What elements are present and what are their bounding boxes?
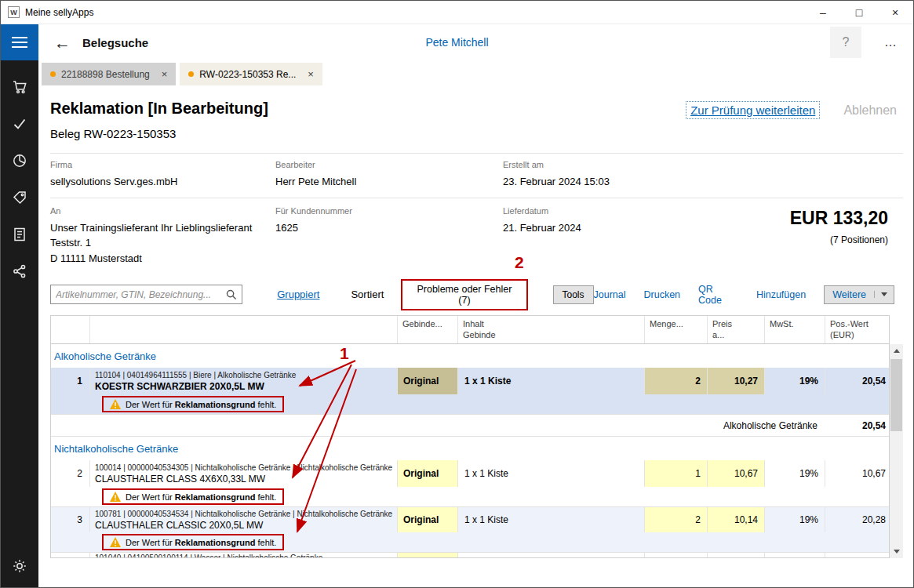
table-row[interactable]: 3 100781 | 00000040534534 | Nichtalkohol… [51,507,889,532]
bearbeiter-label: Bearbeiter [275,160,503,169]
titlebar: W Meine sellyApps – □ × [1,1,913,24]
share-network-icon[interactable] [1,252,38,289]
gebinde-cell[interactable]: Original [398,368,457,394]
pie-chart-icon[interactable] [1,142,38,179]
header-preis[interactable]: Preisa... [708,316,765,343]
gebinde-cell[interactable]: Original [398,507,457,532]
subtotal-label: Alkoholische Getränke [51,415,825,436]
maximize-button[interactable]: □ [841,1,877,24]
header-gebinde[interactable]: Gebinde... [398,316,458,343]
recipient-line3: D 11111 Musterstadt [50,251,275,267]
app-window: W Meine sellyApps – □ × ← Belegsuche Pet… [0,0,914,588]
preis-cell[interactable]: 10,27 [708,368,765,394]
table-row[interactable]: 1 110104 | 04014964111555 | Biere | Alko… [51,368,889,394]
chevron-down-icon[interactable] [874,291,894,298]
reklamationsgrund-warning: Der Wert für Reklamationsgrund fehlt. [102,396,284,412]
header-menge[interactable]: Menge... [645,316,708,343]
total-amount: EUR 133,20 [790,208,888,229]
preis-cell[interactable]: 10,14 [708,507,765,532]
tag-icon[interactable] [1,179,38,216]
inhalt-cell: 1 x 1 Kiste [458,368,645,394]
journal-link[interactable]: Journal [594,289,626,300]
probleme-oder-fehler-button[interactable]: Probleme oder Fehler (7) [401,279,527,310]
firma-value: sellysolutions Serv.ges.mbH [50,174,275,190]
weitere-label: Weitere [832,289,874,300]
article-name: CLAUSTHALER CLASSIC 20X0,5L MW [95,520,263,531]
gebinde-cell[interactable]: Original [398,460,457,487]
bearbeiter-value: Herr Pete Mitchell [275,174,503,190]
positions-table: Gebinde... InhaltGebinde Menge... Preisa… [50,315,903,558]
pos-wert-cell: 20,28 [825,507,890,532]
article-meta: 110104 | 04014964111555 | Biere | Alkoho… [95,371,296,379]
mwst-cell: 19% [765,460,825,487]
check-icon[interactable] [1,105,38,142]
table-row[interactable]: 2 100014 | 00000040534305 | Nichtalkohol… [51,460,889,487]
tab-bestellung[interactable]: 22188898 Bestellung × [42,63,176,85]
tab-status-dot-icon [188,71,194,77]
article-search-box[interactable] [50,285,242,304]
article-meta: 101040 | 04100500100114 | Wasser | Nicht… [90,553,398,558]
document-info: Firma sellysolutions Serv.ges.mbH Bearbe… [50,153,903,272]
table-scrollbar[interactable] [890,344,903,558]
hinzufuegen-link[interactable]: Hinzufügen [756,289,806,300]
menge-cell[interactable]: 1 [645,460,708,487]
qr-code-link[interactable]: QR Code [698,284,738,306]
scrollbar-thumb[interactable] [890,359,902,431]
weitere-dropdown-button[interactable]: Weitere [824,285,894,304]
warning-triangle-icon [110,492,121,502]
header-inhalt-gebinde[interactable]: InhaltGebinde [458,316,645,343]
header-article [90,316,398,343]
header-mwst[interactable]: MwSt. [765,316,825,343]
header-pos [51,316,90,343]
sortiert-link[interactable]: Sortiert [351,289,384,300]
menge-cell[interactable]: 2 [645,368,708,394]
tab-reklamation[interactable]: RW-0223-150353 Re... × [180,63,322,85]
document-number: Beleg RW-0223-150353 [50,127,903,140]
preis-cell[interactable]: 10,67 [708,460,765,487]
warning-triangle-icon [110,399,121,409]
user-name[interactable]: Pete Mitchell [425,36,488,49]
sidebar [1,60,38,588]
back-arrow-icon[interactable]: ← [54,34,71,51]
menge-cell[interactable]: 2 [645,507,708,532]
more-options-button[interactable]: … [872,35,909,49]
position-count: (7 Positionen) [790,234,888,245]
search-input[interactable] [56,289,226,300]
gruppiert-link[interactable]: Gruppiert [277,289,319,300]
reklamationsgrund-warning: Der Wert für Reklamationsgrund fehlt. [102,488,284,505]
subtotal-value: 20,54 [825,415,890,436]
page-title: Belegsuche [82,36,148,49]
pos-wert-cell: 20,54 [825,368,890,394]
scrollbar-track[interactable] [890,358,903,545]
scroll-up-icon[interactable] [890,344,903,358]
header-pos-wert[interactable]: Pos.-Wert(EUR) [825,316,890,343]
journal-icon[interactable] [1,216,38,252]
tab-close-icon[interactable]: × [162,68,168,80]
article-meta: 100014 | 00000040534305 | Nichtalkoholis… [95,463,392,472]
close-button[interactable]: × [877,1,913,24]
help-button[interactable]: ? [830,27,861,58]
search-icon [226,289,237,300]
scroll-down-icon[interactable] [890,545,903,558]
tab-label: 22188898 Bestellung [61,69,150,80]
drucken-link[interactable]: Drucken [644,289,681,300]
table-row[interactable]: 101040 | 04100500100114 | Wasser | Nicht… [51,553,889,558]
hamburger-menu-button[interactable] [1,24,38,60]
recipient-line2: Teststr. 1 [50,235,275,251]
article-name: KOESTR SCHWARZBIER 20X0,5L MW [95,381,264,392]
minimize-button[interactable]: – [805,1,841,24]
reklamationsgrund-warning: Der Wert für Reklamationsgrund fehlt. [102,534,284,550]
reject-link[interactable]: Ablehnen [843,103,897,118]
table-header-row: Gebinde... InhaltGebinde Menge... Preisa… [51,316,889,344]
group-header-nichtalkoholisch: Nichtalkoholische Getränke [51,437,889,460]
row-position: 2 [51,460,90,487]
group-header-alkoholisch: Alkoholische Getränke [51,344,889,368]
cart-icon[interactable] [1,68,38,105]
row-position: 3 [51,507,90,532]
tab-close-icon[interactable]: × [308,68,314,80]
settings-gear-icon[interactable] [1,547,38,584]
warning-row: Der Wert für Reklamationsgrund fehlt. [51,394,889,415]
forward-for-review-link[interactable]: Zur Prüfung weiterleiten [686,101,820,119]
mwst-cell: 19% [765,368,825,394]
tools-button[interactable]: Tools [553,285,594,304]
